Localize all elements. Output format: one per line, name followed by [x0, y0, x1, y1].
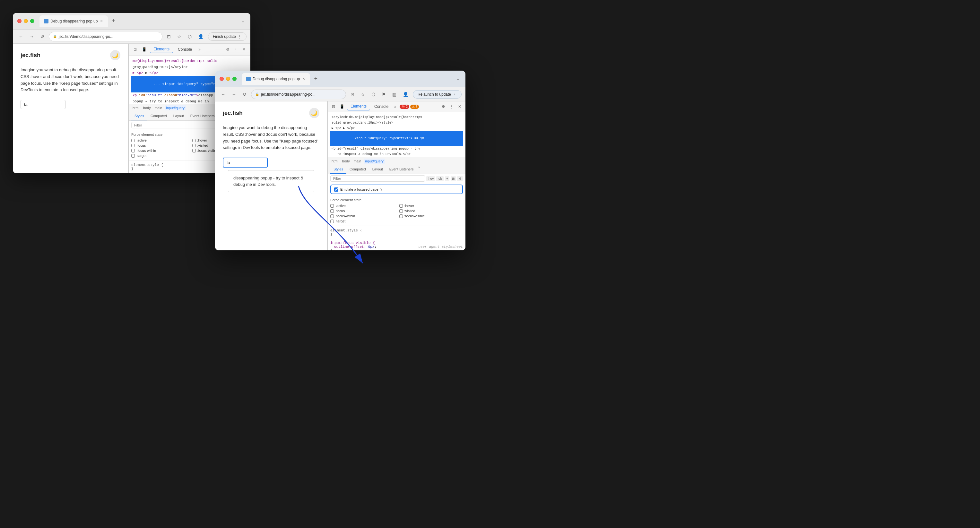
query-input-1[interactable]: [21, 100, 65, 109]
focus-visible-state-2[interactable]: :focus-visible: [399, 214, 463, 218]
tab-close-2[interactable]: ✕: [302, 76, 305, 81]
dom-line-2-5: <p id="result" class>dissappearing popup…: [330, 146, 463, 151]
layout-tab-2[interactable]: Layout: [369, 165, 386, 173]
bc-body[interactable]: body: [142, 105, 152, 110]
add-badge-2[interactable]: +: [445, 176, 449, 181]
active-tab-2[interactable]: Debug disappearing pop up ✕: [242, 73, 310, 85]
minimize-button-2[interactable]: [226, 77, 230, 81]
filter-input-1[interactable]: [131, 122, 217, 129]
accessibility-icon-2[interactable]: ⚑: [380, 91, 388, 98]
reload-button-2[interactable]: ↺: [241, 91, 248, 98]
close-devtools-2[interactable]: ✕: [457, 103, 463, 110]
update-button-2[interactable]: Relaunch to update ⋮: [413, 90, 461, 99]
computed-tab-2[interactable]: Computed: [346, 165, 369, 173]
profile-icon-2[interactable]: 👤: [401, 91, 410, 98]
update-button-1[interactable]: Finish update ⋮: [208, 32, 247, 41]
layout-tab-1[interactable]: Layout: [170, 112, 187, 120]
page-description-2: Imagine you want to debug the dissappear…: [223, 124, 320, 151]
focus-state[interactable]: :focus: [131, 143, 187, 147]
device-icon-1[interactable]: 📱: [140, 46, 148, 52]
more-options-icon-1[interactable]: ⋮: [232, 46, 239, 52]
extensions-icon-2[interactable]: ⬡: [369, 91, 377, 98]
extensions-icon-1[interactable]: ⬡: [186, 33, 194, 40]
active-tab-1[interactable]: Debug disappearing pop up ✕: [40, 16, 108, 27]
new-tab-button-1[interactable]: +: [109, 16, 118, 26]
reload-button-1[interactable]: ↺: [38, 33, 46, 40]
address-bar-1[interactable]: 🔒 jec.fish/demo/disappearing-po...: [49, 32, 162, 41]
bc2-body[interactable]: body: [341, 159, 351, 164]
hov-badge-2[interactable]: :hov: [426, 176, 435, 181]
forward-button-1[interactable]: →: [28, 33, 36, 40]
bookmark-icon-2[interactable]: ☆: [359, 91, 367, 98]
forward-button-2[interactable]: →: [230, 91, 238, 98]
focus-within-state-2[interactable]: :focus-within: [330, 214, 394, 218]
target-state[interactable]: :target: [131, 154, 187, 157]
tab-dropdown-1[interactable]: ⌄: [240, 17, 246, 25]
close-devtools-1[interactable]: ✕: [241, 46, 247, 52]
console-tab-2[interactable]: Console: [371, 103, 391, 110]
console-tab-1[interactable]: Console: [175, 46, 195, 53]
more-options-icon-2[interactable]: ⋮: [448, 103, 455, 110]
settings-icon-2[interactable]: ⚙: [440, 103, 447, 110]
bc2-input[interactable]: input#query: [364, 159, 385, 164]
bc2-main[interactable]: main: [352, 159, 363, 164]
styles-tab-2[interactable]: Styles: [330, 165, 346, 173]
bookmark-icon-1[interactable]: ☆: [175, 33, 183, 40]
device-icon-2[interactable]: 📱: [338, 103, 346, 110]
dark-mode-toggle-1[interactable]: 🌙: [110, 50, 120, 60]
focus-within-state[interactable]: :focus-within: [131, 149, 187, 153]
back-button-2[interactable]: ←: [219, 91, 227, 98]
tab-close-1[interactable]: ✕: [100, 19, 103, 24]
layout-badge-2[interactable]: ⊞: [451, 176, 456, 181]
bc-html[interactable]: html: [131, 105, 141, 110]
filter-input-2[interactable]: [330, 175, 425, 182]
elements-tab-2[interactable]: Elements: [347, 103, 370, 110]
sidebar-icon-2[interactable]: ▥: [390, 91, 398, 98]
close-button-2[interactable]: [220, 77, 224, 81]
dom-line-1: me{display:none}#result{border:1px solid: [131, 58, 248, 64]
emulate-focused-checkbox[interactable]: [334, 188, 338, 192]
visited-state-2[interactable]: :visited: [399, 209, 463, 213]
more-tabs-1[interactable]: »: [197, 46, 202, 53]
inspect-icon-2[interactable]: ⊡: [330, 103, 337, 110]
styles-tab-1[interactable]: Styles: [131, 112, 147, 120]
more-tabs-2[interactable]: »: [393, 103, 398, 110]
inspect-icon-1[interactable]: ⊡: [132, 46, 138, 52]
print-badge-2[interactable]: 🖨: [457, 176, 463, 181]
lock-icon-2: 🔒: [255, 92, 259, 96]
bc-input[interactable]: input#query: [165, 105, 186, 110]
query-input-2[interactable]: [223, 157, 268, 167]
cast-icon-1[interactable]: ⊡: [165, 33, 173, 40]
help-icon-2[interactable]: ?: [380, 187, 383, 192]
maximize-button[interactable]: [30, 19, 34, 23]
error-badge-2: ⛔ 2: [399, 105, 409, 109]
elements-tab-1[interactable]: Elements: [150, 46, 173, 53]
back-button-1[interactable]: ←: [17, 33, 25, 40]
focus-state-2[interactable]: :focus: [330, 209, 394, 213]
tab-dropdown-2[interactable]: ⌄: [455, 75, 461, 83]
active-state[interactable]: :active: [131, 138, 187, 142]
cast-icon-2[interactable]: ⊡: [348, 91, 356, 98]
dark-mode-toggle-2[interactable]: 🌙: [309, 108, 320, 118]
event-listeners-tab-1[interactable]: Event Listeners: [187, 112, 218, 120]
computed-tab-1[interactable]: Computed: [147, 112, 170, 120]
styles-more-2[interactable]: »: [418, 165, 420, 173]
dom-line-2: gray;padding:10px}</style>: [131, 64, 248, 70]
maximize-button-2[interactable]: [232, 77, 237, 81]
dom-line-2-selected[interactable]: <input id="query" type="text"> == $0: [330, 131, 463, 146]
address-bar-2[interactable]: 🔒 jec.fish/demo/disappearing-po...: [251, 89, 346, 99]
hover-state-2[interactable]: :hover: [399, 204, 463, 208]
tab-title-2: Debug disappearing pop up: [253, 77, 300, 81]
bc-main[interactable]: main: [153, 105, 164, 110]
close-button[interactable]: [18, 19, 22, 23]
minimize-button[interactable]: [24, 19, 28, 23]
event-listeners-tab-2[interactable]: Event Listeners: [386, 165, 417, 173]
bc2-html[interactable]: html: [330, 159, 340, 164]
active-state-2[interactable]: :active: [330, 204, 394, 208]
force-state-grid-2: :active :hover :focus :visited :focus-wi…: [330, 204, 463, 223]
new-tab-button-2[interactable]: +: [311, 74, 320, 83]
profile-icon-1[interactable]: 👤: [196, 33, 205, 40]
settings-icon-1[interactable]: ⚙: [224, 46, 231, 52]
cls-badge-2[interactable]: .cls: [436, 176, 444, 181]
target-state-2[interactable]: :target: [330, 219, 394, 223]
